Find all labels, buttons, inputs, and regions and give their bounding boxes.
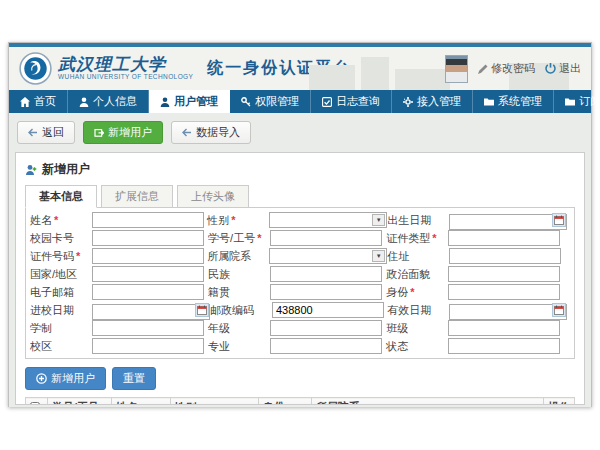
import-arrow-icon xyxy=(182,128,192,137)
birth-date-input[interactable] xyxy=(449,214,567,230)
main-nav: 首页 个人信息 用户管理 权限管理 日志查询 接入管理 系统管理 订阅管理 xyxy=(9,90,591,113)
university-name-en: WUHAN UNIVERSITY OF TECHNOLOGY xyxy=(58,74,193,81)
back-button[interactable]: 返回 xyxy=(17,121,75,144)
field-label-text: 学制 xyxy=(30,322,52,334)
nav-item-access-management[interactable]: 接入管理 xyxy=(392,90,473,113)
campus-card-input[interactable] xyxy=(92,230,204,246)
field-label-text: 年级 xyxy=(208,322,230,334)
field-label: 姓名* xyxy=(30,213,92,228)
form-field-name: 姓名* xyxy=(30,212,207,228)
field-label-text: 有效日期 xyxy=(387,304,431,316)
id-type-input[interactable] xyxy=(448,230,560,246)
identity-input[interactable] xyxy=(448,284,560,300)
required-marker: * xyxy=(76,250,80,262)
gender-select[interactable]: ▼ xyxy=(269,212,387,228)
form-field-ethnicity: 民族 xyxy=(208,266,386,282)
nav-label: 权限管理 xyxy=(255,94,299,109)
campus-input[interactable] xyxy=(92,338,204,354)
field-label: 邮政编码 xyxy=(210,303,272,318)
power-icon xyxy=(545,63,556,74)
tab-upload-photo[interactable]: 上传头像 xyxy=(177,185,249,208)
logout-link[interactable]: 退出 xyxy=(545,61,581,76)
submit-button-label: 新增用户 xyxy=(51,371,95,386)
col-name: 姓名 xyxy=(111,398,170,406)
header: 武汉理工大学 WUHAN UNIVERSITY OF TECHNOLOGY 统一… xyxy=(9,47,591,90)
nav-item-home[interactable]: 首页 xyxy=(9,90,68,113)
political-status-input[interactable] xyxy=(448,266,560,282)
form-field-status: 状态 xyxy=(386,338,570,354)
field-label-text: 证件类型 xyxy=(386,232,430,244)
field-label: 证件类型* xyxy=(386,231,448,246)
field-label-text: 校园卡号 xyxy=(30,232,74,244)
country-input[interactable] xyxy=(92,266,204,282)
schooling-length-input[interactable] xyxy=(92,320,204,336)
add-user-icon xyxy=(94,128,104,138)
grade-input[interactable] xyxy=(270,320,382,336)
entry-date-input[interactable] xyxy=(92,304,210,320)
nav-item-subscription-management[interactable]: 订阅管理 xyxy=(554,90,600,113)
tab-extended-info[interactable]: 扩展信息 xyxy=(101,185,173,208)
form-field-id-number: 证件号码* xyxy=(30,248,207,264)
user-plus-icon xyxy=(25,164,37,176)
data-import-button[interactable]: 数据导入 xyxy=(171,121,251,144)
back-button-label: 返回 xyxy=(42,125,64,140)
folder-icon xyxy=(484,97,494,107)
class-input[interactable] xyxy=(448,320,560,336)
field-label-text: 国家/地区 xyxy=(30,268,77,280)
gear-icon xyxy=(403,97,413,107)
native-place-input[interactable] xyxy=(270,284,382,300)
form-field-native-place: 籍贯 xyxy=(208,284,386,300)
nav-item-system-management[interactable]: 系统管理 xyxy=(473,90,554,113)
required-marker: * xyxy=(432,232,436,244)
nav-label: 接入管理 xyxy=(417,94,461,109)
calendar-icon[interactable] xyxy=(195,303,209,317)
form-field-schooling-length: 学制 xyxy=(30,320,208,336)
change-password-label: 修改密码 xyxy=(491,61,535,76)
major-input[interactable] xyxy=(270,338,382,354)
field-label-text: 籍贯 xyxy=(208,286,230,298)
required-marker: * xyxy=(257,232,261,244)
checklist-icon xyxy=(322,97,332,107)
header-user-area: 修改密码 退出 xyxy=(445,55,581,83)
chevron-down-icon[interactable]: ▼ xyxy=(372,250,385,262)
calendar-icon[interactable] xyxy=(552,303,566,317)
app-window: 武汉理工大学 WUHAN UNIVERSITY OF TECHNOLOGY 统一… xyxy=(8,42,592,407)
reset-button[interactable]: 重置 xyxy=(112,367,156,390)
nav-item-permission-management[interactable]: 权限管理 xyxy=(230,90,311,113)
reset-button-label: 重置 xyxy=(123,371,145,386)
field-label: 出生日期 xyxy=(387,213,449,228)
form-field-political-status: 政治面貌 xyxy=(386,266,570,282)
nav-item-log-query[interactable]: 日志查询 xyxy=(311,90,392,113)
valid-date-input[interactable] xyxy=(449,304,567,320)
form-field-grade: 年级 xyxy=(208,320,386,336)
field-label-text: 邮政编码 xyxy=(210,304,254,316)
name-input[interactable] xyxy=(92,212,204,228)
circle-plus-icon xyxy=(36,373,47,384)
tab-basic-info[interactable]: 基本信息 xyxy=(25,185,97,208)
change-password-link[interactable]: 修改密码 xyxy=(478,61,535,76)
key-icon xyxy=(241,97,251,107)
nav-item-personal-info[interactable]: 个人信息 xyxy=(68,90,149,113)
calendar-icon[interactable] xyxy=(552,213,566,227)
field-label: 所属院系 xyxy=(207,249,269,264)
form-field-birth-date: 出生日期 xyxy=(387,212,570,228)
entry-date-field xyxy=(92,302,210,318)
field-label: 年级 xyxy=(208,321,270,336)
required-marker: * xyxy=(231,214,235,226)
select-all-checkbox[interactable] xyxy=(30,402,40,406)
ethnicity-input[interactable] xyxy=(270,266,382,282)
chevron-down-icon[interactable]: ▼ xyxy=(372,214,385,226)
id-number-input[interactable] xyxy=(92,248,204,264)
address-input[interactable] xyxy=(449,248,561,264)
student-id-input[interactable] xyxy=(270,230,382,246)
department-select[interactable]: ▼ xyxy=(269,248,387,264)
form-field-department: 所属院系 ▼ xyxy=(207,248,387,264)
avatar xyxy=(445,55,468,83)
status-input[interactable] xyxy=(448,338,560,354)
nav-item-user-management[interactable]: 用户管理 xyxy=(149,90,230,113)
submit-add-user-button[interactable]: 新增用户 xyxy=(25,367,106,390)
email-input[interactable] xyxy=(92,284,204,300)
pencil-icon xyxy=(478,64,488,74)
add-user-toolbar-button[interactable]: 新增用户 xyxy=(83,121,163,144)
postal-code-input[interactable] xyxy=(272,302,384,318)
